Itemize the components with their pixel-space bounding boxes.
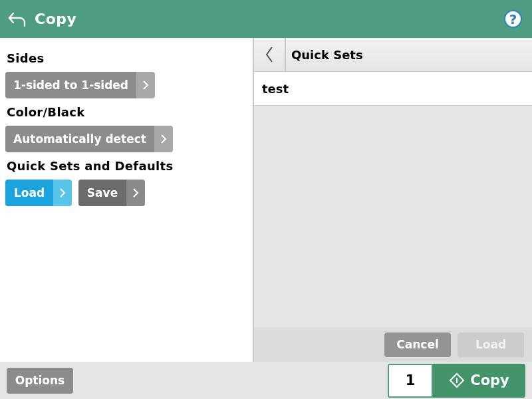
copy-icon [449, 372, 465, 388]
save-label: Save [78, 180, 126, 206]
copy-count-input[interactable]: 1 [388, 364, 433, 398]
color-value: Automatically detect [5, 126, 154, 152]
load-label: Load [5, 180, 53, 206]
color-label: Color/Black [7, 105, 246, 119]
options-button[interactable]: Options [7, 368, 73, 394]
page-title: Copy [35, 11, 76, 27]
cancel-button[interactable]: Cancel [384, 332, 451, 357]
panel-back-icon[interactable] [254, 38, 286, 71]
quicksets-list: test [254, 72, 532, 106]
quicksets-footer: Cancel Load [254, 327, 532, 362]
chevron-right-icon [53, 180, 72, 206]
chevron-right-icon [136, 72, 155, 98]
chevron-right-icon [154, 126, 173, 152]
list-item[interactable]: test [254, 72, 532, 106]
quicksets-panel: Quick Sets test Cancel Load [253, 38, 532, 362]
copy-label: Copy [470, 372, 509, 388]
app-footer: Options 1 Copy [0, 362, 532, 399]
sides-button[interactable]: 1-sided to 1-sided [5, 72, 155, 98]
panel-load-button[interactable]: Load [458, 332, 524, 357]
quicksets-title: Quick Sets [286, 48, 363, 62]
save-button[interactable]: Save [78, 180, 145, 206]
settings-panel: Sides 1-sided to 1-sided Color/Black Aut… [0, 38, 253, 362]
sides-label: Sides [7, 51, 246, 65]
back-icon[interactable] [0, 12, 35, 27]
quicksets-label: Quick Sets and Defaults [7, 159, 246, 173]
quicksets-header: Quick Sets [254, 38, 532, 72]
color-button[interactable]: Automatically detect [5, 126, 173, 152]
sides-value: 1-sided to 1-sided [5, 72, 136, 98]
copy-button[interactable]: Copy [433, 364, 525, 398]
help-icon[interactable]: ? [504, 10, 522, 28]
load-button[interactable]: Load [5, 180, 72, 206]
app-header: Copy ? [0, 0, 532, 38]
chevron-right-icon [126, 180, 145, 206]
